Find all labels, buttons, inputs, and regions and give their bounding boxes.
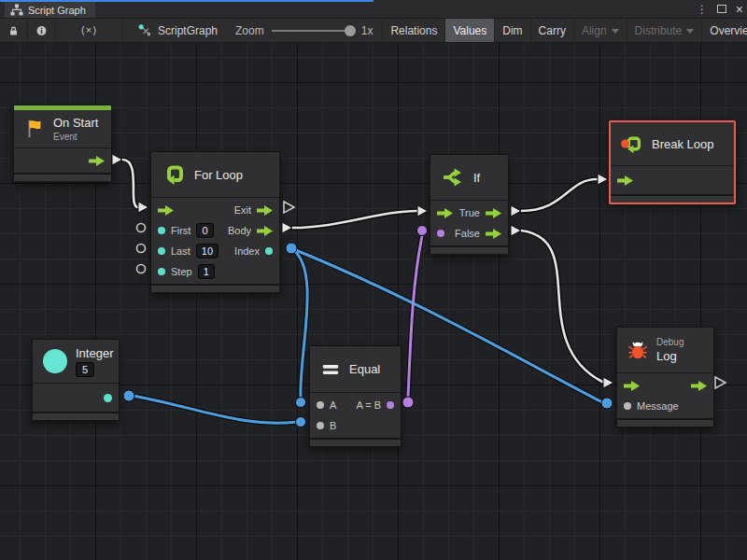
tab-script-graph[interactable]: Script Graph <box>5 2 95 18</box>
zoom-label: Zoom <box>235 24 264 37</box>
code-toggle-button[interactable]: ⟨×⟩ <box>56 19 123 42</box>
port-row: Message <box>617 396 713 416</box>
node-if[interactable]: If True False <box>430 154 509 255</box>
exit-output-port[interactable] <box>257 205 273 216</box>
node-for-loop[interactable]: For Loop Exit First 0 Body <box>150 151 280 293</box>
window-close-icon[interactable]: × <box>736 5 743 14</box>
flow-input-port[interactable] <box>158 205 174 216</box>
integer-type-icon <box>43 349 67 373</box>
distribute-button[interactable]: Distribute <box>627 19 703 42</box>
node-footer <box>617 418 713 427</box>
graph-breadcrumb-label: ScriptGraph <box>158 24 218 37</box>
values-button[interactable]: Values <box>445 19 495 42</box>
port-label-a: A <box>330 399 336 411</box>
branch-icon <box>441 165 465 189</box>
chevron-down-icon <box>686 29 694 34</box>
step-input-port[interactable] <box>158 268 165 275</box>
window-maximize-icon[interactable] <box>717 5 726 13</box>
lock-button[interactable] <box>0 19 28 42</box>
port-label-message: Message <box>637 400 679 412</box>
node-equal[interactable]: Equal A A = B B <box>309 345 402 447</box>
flow-input-port[interactable] <box>437 208 453 218</box>
relations-button[interactable]: Relations <box>382 19 445 42</box>
node-footer <box>310 438 401 446</box>
window-titlebar: Script Graph ⋮ × <box>0 0 747 18</box>
flow-input-port[interactable] <box>617 175 633 186</box>
zoom-slider-handle[interactable] <box>345 25 356 36</box>
port-row: B <box>310 415 401 436</box>
graph-toolbar: ⟨×⟩ ScriptGraph Zoom 1x Relations Values… <box>0 18 747 43</box>
port-row: Last 10 Index <box>151 241 279 261</box>
port-label-exit: Exit <box>234 204 251 216</box>
condition-input-port[interactable] <box>437 230 444 237</box>
port-label-last: Last <box>171 245 190 257</box>
zoom-slider[interactable] <box>272 30 354 32</box>
false-output-port[interactable] <box>486 229 501 239</box>
node-title: For Loop <box>194 168 243 182</box>
integer-value-input[interactable]: 5 <box>76 362 94 377</box>
port-label-step: Step <box>171 266 192 277</box>
tab-label: Script Graph <box>28 5 86 16</box>
last-value-input[interactable]: 10 <box>196 244 218 259</box>
port-row: First 0 Body <box>151 220 279 241</box>
result-output-port[interactable] <box>387 401 394 409</box>
node-subtitle: Event <box>53 132 98 142</box>
zoom-control: Zoom 1x <box>226 19 382 42</box>
a-input-port[interactable] <box>317 401 324 409</box>
lock-icon <box>8 24 19 37</box>
last-input-port[interactable] <box>158 247 165 255</box>
node-on-start[interactable]: On Start Event <box>13 105 112 182</box>
code-icon: ⟨×⟩ <box>80 24 97 36</box>
zoom-value: 1x <box>361 24 374 37</box>
bug-icon <box>627 340 648 360</box>
port-row: Step 1 <box>151 261 279 282</box>
first-input-port[interactable] <box>158 227 165 234</box>
true-output-port[interactable] <box>486 208 501 218</box>
port-row: False <box>430 223 508 244</box>
graph-hierarchy-icon <box>10 4 23 16</box>
node-title: If <box>473 171 480 185</box>
b-input-port[interactable] <box>317 422 324 429</box>
port-row <box>33 385 119 410</box>
flow-input-port[interactable] <box>624 381 640 391</box>
node-footer <box>33 412 119 420</box>
node-integer[interactable]: Integer 5 <box>32 339 120 421</box>
dim-button[interactable]: Dim <box>495 19 530 42</box>
port-row: A A = B <box>310 395 401 415</box>
port-row <box>617 375 713 396</box>
script-graph-icon <box>137 23 152 37</box>
node-footer <box>430 245 508 254</box>
port-label-result: A = B <box>356 399 381 411</box>
port-label-body: Body <box>228 225 251 236</box>
index-output-port[interactable] <box>265 247 273 255</box>
port-label-false: False <box>455 228 480 239</box>
node-title: On Start <box>53 116 98 130</box>
message-input-port[interactable] <box>624 402 631 410</box>
integer-output-port[interactable] <box>104 394 112 402</box>
node-break-loop[interactable]: Break Loop <box>609 120 736 204</box>
graph-breadcrumb[interactable]: ScriptGraph <box>129 19 226 42</box>
overview-button[interactable]: Overview <box>702 19 747 42</box>
info-button[interactable] <box>28 19 56 42</box>
port-label-index: Index <box>234 245 260 257</box>
window-menu-icon[interactable]: ⋮ <box>697 3 708 16</box>
port-label-true: True <box>459 207 480 218</box>
node-title: Log <box>656 349 684 363</box>
flow-output-port[interactable] <box>691 381 707 391</box>
flow-output-port[interactable] <box>89 156 105 166</box>
node-footer <box>151 284 279 292</box>
node-footer <box>611 194 734 203</box>
break-loop-icon <box>621 133 643 155</box>
port-label-b: B <box>330 420 336 431</box>
port-label-first: First <box>171 225 190 236</box>
info-icon <box>36 24 47 37</box>
body-output-port[interactable] <box>257 226 273 236</box>
carry-button[interactable]: Carry <box>531 19 574 42</box>
chevron-down-icon <box>612 29 619 34</box>
graph-canvas[interactable]: On Start Event For Loop <box>0 43 747 560</box>
port-row <box>611 168 734 192</box>
first-value-input[interactable]: 0 <box>196 223 213 238</box>
step-value-input[interactable]: 1 <box>198 264 215 279</box>
align-button[interactable]: Align <box>574 19 627 42</box>
node-debug-log[interactable]: Debug Log Message <box>616 327 714 427</box>
